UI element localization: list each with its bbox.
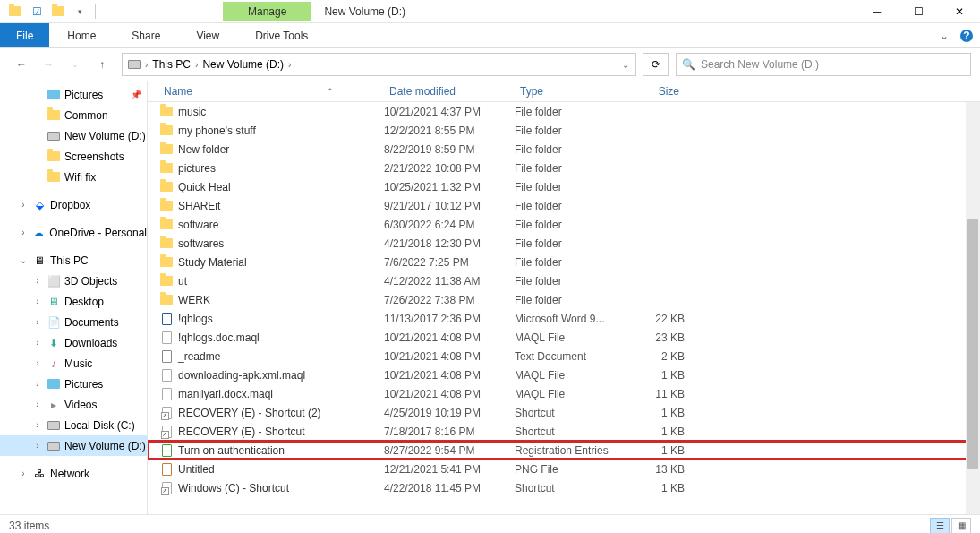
close-button[interactable]: ✕: [939, 0, 980, 23]
file-row[interactable]: _readme 10/21/2021 4:08 PM Text Document…: [148, 347, 980, 365]
tab-drive-tools[interactable]: Drive Tools: [237, 23, 326, 47]
qat-properties-icon[interactable]: ☑: [29, 4, 45, 20]
tree-thispc-1[interactable]: ›🖥Desktop: [0, 291, 147, 312]
tree-thispc-5[interactable]: ›Pictures: [0, 374, 147, 394]
tree-thispc-6[interactable]: ›▸Videos: [0, 394, 147, 415]
qat-newfolder-icon[interactable]: [50, 4, 66, 20]
tree-thispc-2[interactable]: ›📄Documents: [0, 312, 147, 332]
col-size[interactable]: Size: [622, 85, 685, 98]
chevron-right-icon[interactable]: ›: [18, 200, 29, 210]
col-name[interactable]: Name⌃: [158, 85, 384, 98]
chevron-right-icon[interactable]: ›: [192, 60, 200, 70]
search-input[interactable]: 🔍 Search New Volume (D:): [676, 53, 971, 76]
tree-thispc-8[interactable]: ›New Volume (D:): [0, 435, 147, 456]
file-row[interactable]: music 10/21/2021 4:37 PM File folder: [148, 102, 980, 121]
large-icons-view-button[interactable]: ▦: [951, 518, 971, 534]
file-name: pictures: [175, 162, 384, 175]
chevron-right-icon[interactable]: ›: [32, 297, 43, 306]
file-date: 12/21/2021 5:41 PM: [384, 463, 515, 476]
tree-thispc-7[interactable]: ›Local Disk (C:): [0, 415, 147, 435]
tab-view[interactable]: View: [178, 23, 237, 47]
file-row[interactable]: Study Material 7/6/2022 7:25 PM File fol…: [148, 253, 980, 271]
file-size: 1 KB: [622, 407, 685, 419]
chevron-right-icon[interactable]: ›: [32, 400, 43, 409]
tab-home[interactable]: Home: [49, 23, 114, 47]
chevron-right-icon[interactable]: ›: [285, 60, 294, 70]
file-type: File folder: [515, 106, 622, 118]
chevron-right-icon[interactable]: ›: [32, 420, 43, 430]
chevron-right-icon[interactable]: ›: [32, 338, 43, 348]
chevron-right-icon[interactable]: ›: [32, 276, 43, 286]
file-row[interactable]: New folder 8/22/2019 8:59 PM File folder: [148, 140, 980, 159]
recent-dropdown-icon[interactable]: ⌄: [63, 52, 88, 77]
tab-share[interactable]: Share: [114, 23, 178, 47]
minimize-button[interactable]: ─: [856, 0, 898, 23]
col-type[interactable]: Type: [515, 85, 622, 98]
column-headers[interactable]: Name⌃ Date modified Type Size: [148, 81, 980, 102]
tree-thispc-4[interactable]: ›♪Music: [0, 353, 147, 374]
breadcrumb-thispc[interactable]: This PC: [150, 58, 192, 71]
breadcrumb-drive[interactable]: New Volume (D:): [200, 58, 285, 71]
file-row[interactable]: ut 4/12/2022 11:38 AM File folder: [148, 271, 980, 290]
help-icon[interactable]: ?: [953, 23, 980, 47]
doc-icon: [158, 313, 175, 325]
file-name: manjiyari.docx.maql: [175, 388, 384, 400]
tree-network[interactable]: › 🖧 Network: [0, 463, 147, 484]
file-list[interactable]: music 10/21/2021 4:37 PM File folder my …: [148, 102, 980, 514]
address-dropdown-icon[interactable]: ⌄: [619, 60, 632, 70]
file-row[interactable]: softwares 4/21/2018 12:30 PM File folder: [148, 234, 980, 253]
col-date[interactable]: Date modified: [384, 85, 515, 98]
chevron-right-icon[interactable]: ›: [32, 379, 43, 389]
tree-quick-2[interactable]: New Volume (D:): [0, 125, 147, 146]
refresh-button[interactable]: ⟳: [643, 53, 669, 76]
context-tab-manage[interactable]: Manage: [223, 2, 311, 21]
file-row[interactable]: !qhlogs.doc.maql 10/21/2021 4:08 PM MAQL…: [148, 328, 980, 347]
chevron-right-icon[interactable]: ›: [32, 317, 43, 327]
tree-quick-1[interactable]: Common: [0, 105, 147, 125]
file-row[interactable]: SHAREit 9/21/2017 10:12 PM File folder: [148, 196, 980, 215]
vertical-scrollbar[interactable]: [966, 102, 980, 514]
file-row[interactable]: Turn on authentication 8/27/2022 9:54 PM…: [148, 441, 980, 460]
chevron-right-icon[interactable]: ›: [18, 469, 29, 478]
address-bar[interactable]: › This PC › New Volume (D:) › ⌄: [122, 53, 636, 76]
tree-quick-3[interactable]: Screenshots: [0, 146, 147, 167]
file-type: File folder: [515, 200, 622, 212]
file-type: File folder: [515, 275, 622, 288]
file-row[interactable]: RECOVERY (E) - Shortcut (2) 4/25/2019 10…: [148, 403, 980, 422]
file-tab[interactable]: File: [0, 23, 49, 47]
file-row[interactable]: manjiyari.docx.maql 10/21/2021 4:08 PM M…: [148, 384, 980, 403]
back-button[interactable]: ←: [9, 52, 34, 77]
tree-cloud-0[interactable]: ›⬙Dropbox: [0, 194, 147, 215]
file-row[interactable]: WERK 7/26/2022 7:38 PM File folder: [148, 290, 980, 309]
tree-thispc-0[interactable]: ›⬜3D Objects: [0, 271, 147, 291]
file-row[interactable]: pictures 2/21/2022 10:08 PM File folder: [148, 159, 980, 177]
file-row[interactable]: my phone's stuff 12/2/2021 8:55 PM File …: [148, 121, 980, 140]
file-row[interactable]: RECOVERY (E) - Shortcut 7/18/2017 8:16 P…: [148, 422, 980, 441]
scrollbar-thumb[interactable]: [967, 219, 978, 469]
tree-quick-4[interactable]: Wifi fix: [0, 167, 147, 187]
videos-icon: ▸: [47, 398, 61, 412]
file-row[interactable]: downloading-apk.xml.maql 10/21/2021 4:08…: [148, 365, 980, 384]
maximize-button[interactable]: ☐: [898, 0, 939, 23]
chevron-right-icon[interactable]: ›: [142, 60, 150, 70]
file-name: softwares: [175, 237, 384, 250]
file-row[interactable]: Quick Heal 10/25/2021 1:32 PM File folde…: [148, 177, 980, 196]
forward-button[interactable]: →: [36, 52, 61, 77]
ribbon-expand-icon[interactable]: ⌄: [935, 23, 953, 47]
file-row[interactable]: Untitled 12/21/2021 5:41 PM PNG File 13 …: [148, 460, 980, 478]
tree-thispc-3[interactable]: ›⬇Downloads: [0, 332, 147, 353]
tree-quick-0[interactable]: Pictures📌: [0, 84, 147, 105]
tree-thispc[interactable]: ⌄ 🖥 This PC: [0, 250, 147, 271]
file-row[interactable]: software 6/30/2022 6:24 PM File folder: [148, 215, 980, 234]
chevron-right-icon[interactable]: ›: [32, 358, 43, 368]
chevron-right-icon[interactable]: ›: [32, 441, 43, 451]
file-type: Shortcut: [515, 482, 622, 494]
chevron-down-icon[interactable]: ⌄: [18, 255, 29, 265]
tree-cloud-1[interactable]: ›☁OneDrive - Personal: [0, 222, 147, 243]
up-button[interactable]: ↑: [89, 52, 115, 77]
chevron-right-icon[interactable]: ›: [18, 228, 29, 237]
file-row[interactable]: Windows (C) - Shortcut 4/22/2018 11:45 P…: [148, 478, 980, 497]
details-view-button[interactable]: ☰: [930, 518, 950, 534]
qat-customize-icon[interactable]: ▾: [72, 4, 88, 20]
file-row[interactable]: !qhlogs 11/13/2017 2:36 PM Microsoft Wor…: [148, 309, 980, 328]
